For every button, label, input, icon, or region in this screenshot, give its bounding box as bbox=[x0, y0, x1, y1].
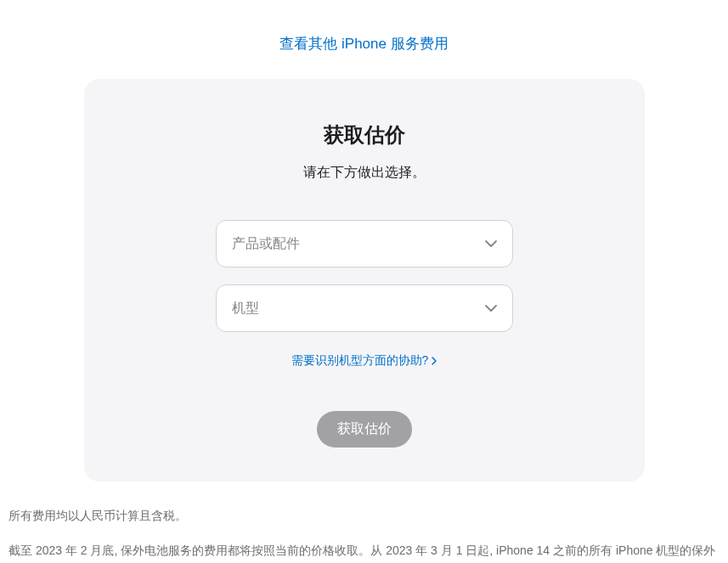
main-container: 查看其他 iPhone 服务费用 获取估价 请在下方做出选择。 产品或配件 机型… bbox=[0, 0, 728, 563]
other-services-link[interactable]: 查看其他 iPhone 服务费用 bbox=[279, 36, 448, 52]
footer-line1: 所有费用均以人民币计算且含税。 bbox=[8, 503, 720, 529]
product-select-placeholder: 产品或配件 bbox=[232, 235, 300, 253]
help-link-text: 需要识别机型方面的协助? bbox=[291, 353, 429, 369]
get-estimate-button[interactable]: 获取估价 bbox=[317, 411, 412, 448]
model-select-wrapper: 机型 bbox=[216, 284, 513, 332]
card-subtitle: 请在下方做出选择。 bbox=[118, 164, 611, 182]
model-select[interactable]: 机型 bbox=[216, 284, 513, 332]
footer-line2: 截至 2023 年 2 月底, 保外电池服务的费用都将按照当前的价格收取。从 2… bbox=[8, 538, 720, 563]
identify-model-help-link[interactable]: 需要识别机型方面的协助? bbox=[291, 353, 437, 369]
chevron-down-icon bbox=[485, 240, 497, 247]
estimate-card: 获取估价 请在下方做出选择。 产品或配件 机型 需要识别机型方面的协助? bbox=[84, 79, 645, 481]
card-title: 获取估价 bbox=[118, 121, 611, 149]
chevron-down-icon bbox=[485, 305, 497, 312]
top-link-wrapper: 查看其他 iPhone 服务费用 bbox=[0, 0, 728, 79]
model-select-placeholder: 机型 bbox=[232, 300, 259, 318]
submit-wrapper: 获取估价 bbox=[118, 411, 611, 448]
footer-notes: 所有费用均以人民币计算且含税。 截至 2023 年 2 月底, 保外电池服务的费… bbox=[0, 503, 728, 563]
product-select[interactable]: 产品或配件 bbox=[216, 220, 513, 267]
chevron-right-icon bbox=[432, 357, 437, 365]
product-select-wrapper: 产品或配件 bbox=[216, 220, 513, 267]
footer-line2-text: 截至 2023 年 2 月底, 保外电池服务的费用都将按照当前的价格收取。从 2… bbox=[8, 543, 715, 563]
